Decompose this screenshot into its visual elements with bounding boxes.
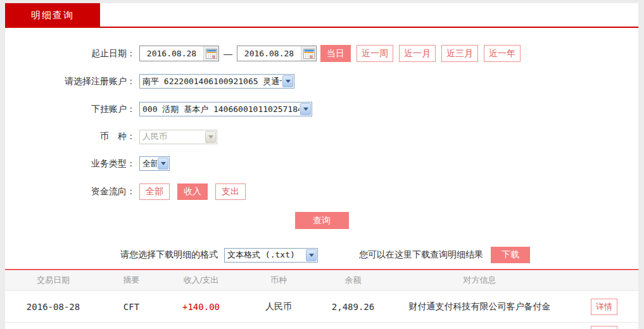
register-account-value: 南平 6222001406100921065 灵通卡 bbox=[142, 76, 282, 87]
download-hint: 您可以在这里下载查询明细结果 bbox=[359, 249, 483, 261]
end-date-input[interactable]: 2016.08.28 bbox=[237, 46, 317, 61]
date-range-separator: — bbox=[224, 49, 232, 59]
flow-label: 资金流向： bbox=[5, 186, 136, 197]
header-income-expense: 收入/支出 bbox=[161, 275, 241, 286]
table-row: 详情 bbox=[5, 323, 638, 329]
cell-counterparty: 财付通支付科技有限公司客户备付金 bbox=[389, 301, 570, 313]
header-counterparty: 对方信息 bbox=[389, 275, 570, 286]
quick-range-week-button[interactable]: 近一周 bbox=[357, 45, 393, 62]
flow-expense-button[interactable]: 支出 bbox=[215, 183, 246, 200]
quick-range-today-button[interactable]: 当日 bbox=[320, 45, 351, 62]
quick-range-year-button[interactable]: 近一年 bbox=[484, 45, 521, 62]
download-button[interactable]: 下载 bbox=[491, 247, 530, 263]
date-range-label: 起止日期： bbox=[5, 48, 136, 59]
currency-value: 人民币 bbox=[142, 131, 205, 142]
header-trade-date: 交易日期 bbox=[5, 275, 101, 286]
download-format-select[interactable]: 文本格式 (.txt) bbox=[224, 248, 318, 263]
currency-label: 币 种： bbox=[5, 131, 136, 142]
quick-range-quarter-button[interactable]: 近三月 bbox=[441, 45, 478, 62]
end-date-value: 2016.08.28 bbox=[237, 49, 301, 58]
content-panel: 明细查询 起止日期： 2016.08.28 bbox=[5, 3, 638, 329]
cell-balance: 2,489.26 bbox=[317, 302, 389, 312]
calendar-icon[interactable] bbox=[203, 46, 218, 61]
detail-button[interactable]: 详情 bbox=[591, 299, 617, 315]
biz-type-value: 全部 bbox=[142, 158, 157, 170]
tab-detail-query[interactable]: 明细查询 bbox=[5, 3, 100, 28]
header-balance: 余额 bbox=[317, 275, 389, 286]
flow-income-button[interactable]: 收入 bbox=[177, 183, 208, 200]
cell-amount: +140.00 bbox=[161, 302, 241, 312]
sub-account-label: 下挂账户： bbox=[5, 104, 136, 115]
download-format-label: 请您选择下载明细的格式 bbox=[120, 249, 218, 261]
table-row: 2016-08-28 CFT +140.00 人民币 2,489.26 财付通支… bbox=[5, 291, 638, 323]
chevron-down-icon bbox=[306, 249, 317, 261]
sub-account-select[interactable]: 000 活期 基本户 1406600101102571848 bbox=[139, 102, 312, 116]
tab-bar: 明细查询 bbox=[5, 3, 638, 28]
query-button[interactable]: 查询 bbox=[295, 212, 349, 229]
start-date-input[interactable]: 2016.08.28 bbox=[139, 46, 219, 61]
chevron-down-icon bbox=[158, 158, 168, 170]
download-format-value: 文本格式 (.txt) bbox=[227, 249, 305, 261]
cell-summary: CFT bbox=[101, 302, 161, 312]
cell-currency: 人民币 bbox=[241, 301, 317, 313]
flow-all-button[interactable]: 全部 bbox=[139, 183, 170, 200]
start-date-value: 2016.08.28 bbox=[140, 49, 203, 58]
sub-account-value: 000 活期 基本户 1406600101102571848 bbox=[142, 104, 300, 115]
table-header: 交易日期 摘要 收入/支出 币种 余额 对方信息 bbox=[5, 270, 638, 291]
quick-range-month-button[interactable]: 近一月 bbox=[399, 45, 436, 62]
detail-button[interactable]: 详情 bbox=[591, 326, 617, 329]
cell-trade-date: 2016-08-28 bbox=[5, 302, 101, 312]
header-currency: 币种 bbox=[241, 275, 317, 286]
currency-select: 人民币 bbox=[139, 130, 217, 144]
query-form: 起止日期： 2016.08.28 bbox=[5, 28, 638, 263]
register-account-select[interactable]: 南平 6222001406100921065 灵通卡 bbox=[139, 74, 294, 89]
chevron-down-icon bbox=[282, 75, 293, 87]
chevron-down-icon bbox=[300, 103, 311, 115]
header-summary: 摘要 bbox=[101, 275, 161, 286]
biz-type-select[interactable]: 全部 bbox=[139, 156, 170, 171]
calendar-icon[interactable] bbox=[301, 46, 316, 61]
chevron-down-icon bbox=[205, 131, 216, 143]
register-account-label: 请选择注册账户： bbox=[5, 76, 136, 87]
biz-type-label: 业务类型： bbox=[5, 158, 136, 170]
